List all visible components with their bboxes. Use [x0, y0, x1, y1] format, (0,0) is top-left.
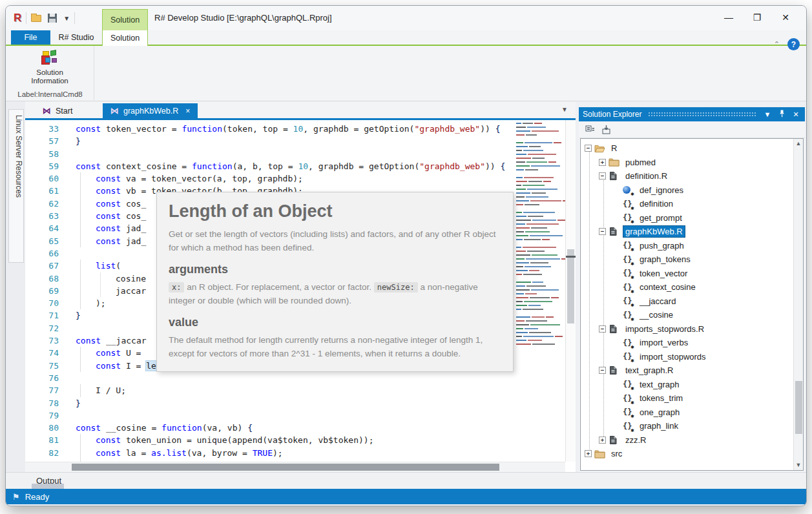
- tree-item-tokens-trim[interactable]: {}tokens_trim: [581, 391, 793, 406]
- line-number: 81: [25, 434, 69, 446]
- code-line-text: const __cosine = function(va, vb) {: [69, 422, 565, 434]
- line-number: 60: [25, 172, 69, 185]
- minimap-line: [516, 130, 570, 132]
- open-folder-button[interactable]: [31, 13, 43, 23]
- tree-item-get-prompt[interactable]: {}get_prompt: [581, 211, 793, 225]
- tree-item-definition-r[interactable]: −definition.R: [581, 169, 793, 183]
- tree-item-graphkbweb-r[interactable]: −graphKbWeb.R: [581, 225, 793, 239]
- quick-access-dropdown-icon[interactable]: ▼: [63, 15, 70, 22]
- contextual-tab-header[interactable]: Solution: [102, 9, 148, 30]
- tree-item-one-graph[interactable]: {}one_graph: [581, 406, 793, 420]
- braces-icon: {}: [623, 254, 634, 265]
- minimap-line: [516, 208, 570, 209]
- tree-item-push-graph[interactable]: {}push_graph: [581, 239, 793, 253]
- sync-document-icon[interactable]: [601, 125, 611, 134]
- left-tool-strip: Linux Server Resources: [6, 101, 25, 472]
- tree-vertical-scrollbar[interactable]: ▲ ▼: [793, 139, 803, 470]
- minimap-line: [516, 189, 570, 190]
- braces-icon: {}: [623, 282, 634, 293]
- minimap-line: [516, 150, 570, 151]
- collapse-icon[interactable]: −: [599, 325, 606, 333]
- tree-item-label: R: [609, 143, 619, 154]
- tree-item-import-verbs[interactable]: {}import_verbs: [581, 336, 793, 350]
- tree-item-src[interactable]: +src: [581, 447, 793, 461]
- tree-item-label: text_graph.R: [623, 365, 675, 376]
- braces-icon: {}: [623, 379, 634, 389]
- collapse-icon[interactable]: −: [585, 145, 592, 152]
- document-list-dropdown-icon[interactable]: ▼: [561, 106, 568, 113]
- scrollbar-thumb[interactable]: [72, 464, 499, 471]
- help-button[interactable]: ?: [787, 38, 800, 50]
- code-line: 33const token_vector = function(token, t…: [25, 123, 565, 135]
- scroll-down-icon[interactable]: ▼: [794, 460, 803, 470]
- tree-item-def-ignores[interactable]: def_ignores: [581, 183, 793, 198]
- tree-item-imports-stopwords-r[interactable]: −imports_stopwords.R: [581, 322, 793, 336]
- tree-item-import-stopwords[interactable]: {}import_stopwords: [581, 350, 793, 364]
- code-minimap[interactable]: [516, 123, 570, 363]
- tree-item-label: imports_stopwords.R: [623, 324, 706, 334]
- minimap-line: [516, 340, 570, 341]
- minimize-button[interactable]: —: [714, 8, 743, 26]
- tree-item-pubmed[interactable]: +pubmed: [581, 156, 793, 170]
- collapse-icon[interactable]: −: [599, 228, 606, 235]
- app-logo-icon[interactable]: R: [14, 12, 21, 25]
- minimap-line: [516, 316, 570, 318]
- scrollbar-thumb[interactable]: [567, 249, 574, 324]
- doc-tab-graphkbweb[interactable]: ⋈ graphKbWeb.R ×: [103, 103, 198, 118]
- scroll-up-icon[interactable]: ▲: [794, 139, 803, 149]
- editor-vertical-scrollbar[interactable]: [565, 120, 576, 462]
- close-button[interactable]: ✕: [771, 8, 800, 26]
- tree-item-label: token_vector: [638, 268, 689, 279]
- line-number: 33: [25, 123, 69, 135]
- tree-item-label: def_ignores: [638, 185, 685, 196]
- collapse-ribbon-icon[interactable]: ⌃: [774, 40, 780, 48]
- tree-item-graph-tokens[interactable]: {}graph_tokens: [581, 252, 793, 267]
- close-panel-icon[interactable]: ✕: [791, 110, 801, 119]
- code-line-text: [69, 372, 565, 384]
- status-text: Ready: [25, 492, 50, 502]
- tree-item--cosine[interactable]: {}__cosine: [581, 308, 793, 322]
- maximize-button[interactable]: ❐: [743, 8, 771, 26]
- ribbon-group-internalcmd8: Solution Information Label:InternalCmd8: [6, 46, 94, 100]
- tree-item-text-graph[interactable]: {}text_graph: [581, 378, 793, 392]
- minimap-line: [516, 313, 570, 314]
- expand-icon[interactable]: +: [585, 450, 592, 457]
- minimap-line: [516, 134, 570, 136]
- tree-item--jaccard[interactable]: {}__jaccard: [581, 294, 793, 309]
- tree-item-token-vector[interactable]: {}token_vector: [581, 267, 793, 281]
- collapse-icon[interactable]: −: [599, 172, 606, 180]
- tree-item-definition[interactable]: {}definition: [581, 197, 793, 211]
- editor-horizontal-scrollbar[interactable]: [25, 462, 565, 472]
- tab-solution[interactable]: Solution: [102, 30, 148, 46]
- window-title: R# Develop Studio [E:\graphQL\graphQL.Rp…: [154, 13, 332, 23]
- doc-tab-start[interactable]: ⋈ Start: [35, 103, 80, 118]
- scrollbar-thumb[interactable]: [795, 381, 802, 434]
- tab-file[interactable]: File: [11, 30, 50, 45]
- tab-rstudio[interactable]: R# Studio: [50, 30, 102, 45]
- code-line: 76: [25, 372, 565, 384]
- collapse-icon[interactable]: −: [599, 367, 606, 374]
- tree-item-zzz-r[interactable]: +zzz.R: [581, 433, 793, 447]
- tree-item-r[interactable]: −R: [581, 141, 793, 156]
- tree-item-graph-link[interactable]: {}graph_link: [581, 419, 793, 433]
- save-button[interactable]: [47, 13, 59, 23]
- code-line: 58: [25, 148, 565, 160]
- close-document-icon[interactable]: ×: [185, 107, 190, 116]
- pin-icon[interactable]: [776, 110, 787, 119]
- tree-item-context-cosine[interactable]: {}context_cosine: [581, 280, 793, 294]
- solution-tree[interactable]: −R+pubmed−definition.Rdef_ignores{}defin…: [580, 138, 804, 471]
- minimap-line: [516, 181, 570, 182]
- solution-explorer-header[interactable]: Solution Explorer ▼ ✕: [579, 107, 805, 121]
- tree-item-text-graph-r[interactable]: −text_graph.R: [581, 364, 793, 378]
- code-line-text: [69, 409, 565, 422]
- linux-server-resources-tab[interactable]: Linux Server Resources: [8, 109, 24, 263]
- tree-item-label: __cosine: [638, 309, 675, 320]
- expand-icon[interactable]: +: [599, 159, 606, 166]
- solution-information-button[interactable]: Solution Information: [14, 48, 85, 88]
- tree-item-label: __jaccard: [638, 296, 678, 307]
- line-number: 74: [25, 347, 69, 359]
- expand-icon[interactable]: +: [599, 437, 606, 444]
- minimap-line: [516, 293, 570, 294]
- collapse-all-icon[interactable]: [585, 125, 595, 134]
- panel-dropdown-icon[interactable]: ▼: [762, 110, 773, 118]
